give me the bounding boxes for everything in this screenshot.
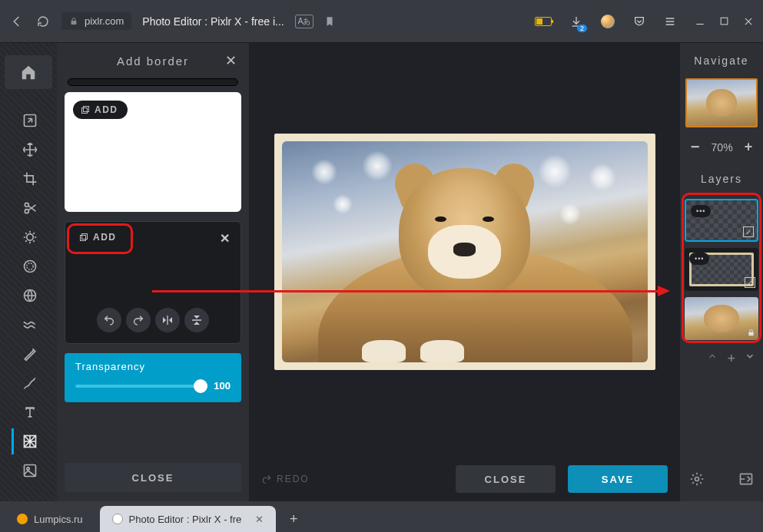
canvas-action-bar: REDO CLOSE SAVE	[249, 457, 680, 501]
svg-point-7	[26, 263, 32, 269]
address-bar[interactable]: pixlr.com	[61, 12, 131, 30]
tab-lumpics[interactable]: Lumpics.ru	[5, 506, 95, 532]
undo-icon[interactable]	[97, 308, 121, 332]
transparency-label: Transparency	[75, 361, 231, 372]
tab-pixlr[interactable]: Photo Editor : Pixlr X - fre ✕	[100, 506, 277, 532]
layer-down-icon[interactable]	[745, 351, 755, 367]
tool-image-open[interactable]	[12, 107, 45, 134]
close-button[interactable]: CLOSE	[456, 465, 556, 493]
border-style-thin[interactable]	[68, 78, 238, 86]
tool-retouch[interactable]	[12, 341, 45, 367]
navigate-title: Navigate	[680, 43, 763, 78]
annotation-arrow	[152, 290, 659, 292]
panel-title: Add border	[117, 55, 189, 68]
downloads-icon[interactable]: 2	[570, 15, 582, 28]
tool-effect[interactable]	[12, 283, 45, 309]
layer-visible-toggle[interactable]: ✓	[745, 277, 755, 288]
canvas-image[interactable]	[274, 134, 655, 370]
redo-icon[interactable]	[126, 308, 151, 332]
home-button[interactable]	[5, 55, 52, 89]
url-domain: pixlr.com	[85, 15, 124, 27]
annotation-arrow-head	[658, 286, 670, 296]
tool-cutout[interactable]	[12, 195, 45, 221]
svg-rect-0	[71, 21, 77, 25]
window-maximize-icon[interactable]	[719, 16, 729, 27]
favicon-lumpics	[17, 514, 28, 524]
panel-header: Add border ✕	[57, 43, 249, 78]
zoom-out-button[interactable]: −	[691, 138, 700, 156]
add-layer-button[interactable]: +	[727, 351, 735, 367]
profile-avatar[interactable]	[601, 15, 615, 28]
zoom-control: − 70% +	[680, 134, 763, 160]
add-border-button-1[interactable]: ADD	[73, 101, 128, 119]
flip-h-icon[interactable]	[155, 308, 180, 332]
tool-draw[interactable]	[12, 370, 45, 396]
layer-visible-toggle[interactable]: ✓	[743, 226, 754, 237]
border-preview-dark[interactable]: ADD ✕	[65, 221, 241, 344]
zoom-in-button[interactable]: +	[745, 139, 753, 155]
tools-sidebar	[0, 43, 57, 501]
translate-icon[interactable]: Aあ	[295, 15, 314, 28]
tool-arrange[interactable]	[12, 137, 45, 163]
svg-rect-16	[748, 332, 753, 336]
zoom-value: 70%	[712, 141, 733, 154]
window-close-icon[interactable]	[743, 16, 754, 27]
tool-text[interactable]	[12, 399, 45, 425]
tool-add-image[interactable]	[12, 458, 45, 484]
navigator-thumb[interactable]	[685, 78, 758, 127]
back-icon[interactable]	[9, 14, 25, 29]
layer-locked-icon	[747, 329, 755, 337]
svg-rect-12	[82, 108, 88, 114]
settings-icon[interactable]	[689, 471, 705, 487]
panel-close-icon[interactable]: ✕	[225, 52, 238, 69]
browser-tabs: Lumpics.ru Photo Editor : Pixlr X - fre …	[0, 501, 763, 532]
menu-icon[interactable]	[664, 15, 676, 28]
svg-point-5	[26, 234, 32, 240]
properties-panel: Add border ✕ ADD ADD ✕	[57, 43, 249, 501]
tool-crop[interactable]	[12, 166, 45, 192]
svg-point-11	[26, 468, 28, 470]
canvas-area: REDO CLOSE SAVE	[249, 43, 680, 501]
tool-adjust[interactable]	[12, 224, 45, 250]
layer-item-3[interactable]	[685, 297, 758, 340]
flip-v-icon[interactable]	[184, 308, 209, 332]
border-preview-white[interactable]: ADD	[65, 92, 241, 212]
tool-liquify[interactable]	[12, 312, 45, 338]
right-panel: Navigate − 70% + Layers ••• ✓ ••• ✓	[680, 43, 763, 501]
tool-element[interactable]	[12, 428, 45, 454]
transparency-control: Transparency 100	[65, 353, 241, 402]
battery-icon	[535, 17, 552, 26]
transparency-value: 100	[214, 380, 231, 392]
svg-rect-1	[721, 18, 728, 25]
svg-point-17	[695, 477, 699, 481]
remove-border-icon[interactable]: ✕	[220, 231, 230, 246]
svg-point-6	[24, 261, 35, 273]
panel-close-button[interactable]: CLOSE	[65, 463, 241, 492]
bookmark-icon[interactable]	[324, 15, 335, 28]
layer-menu-icon[interactable]: •••	[689, 253, 709, 265]
reload-icon[interactable]	[35, 14, 51, 29]
tab-close-icon[interactable]: ✕	[255, 514, 264, 525]
save-button[interactable]: SAVE	[568, 465, 668, 493]
browser-toolbar: pixlr.com Photo Editor : Pixlr X - free …	[0, 0, 763, 43]
pocket-icon[interactable]	[633, 15, 645, 28]
layer-up-icon[interactable]	[707, 351, 718, 367]
svg-rect-13	[84, 107, 89, 112]
downloads-badge: 2	[577, 25, 587, 32]
layer-item-2[interactable]: ••• ✓	[685, 248, 758, 291]
transparency-slider[interactable]	[75, 385, 207, 388]
collapse-panel-icon[interactable]	[738, 471, 754, 487]
browser-page-title: Photo Editor : Pixlr X - free i...	[142, 15, 284, 28]
window-minimize-icon[interactable]	[695, 16, 705, 27]
layer-menu-icon[interactable]: •••	[691, 205, 711, 217]
lock-icon	[69, 17, 78, 26]
layers-title: Layers	[680, 164, 763, 194]
highlight-add-chip	[67, 223, 133, 254]
new-tab-button[interactable]: +	[280, 506, 307, 532]
app-container: Add border ✕ ADD ADD ✕	[0, 43, 763, 501]
tool-filter[interactable]	[12, 253, 45, 279]
favicon-pixlr	[112, 514, 123, 524]
redo-button[interactable]: REDO	[261, 474, 310, 484]
layer-item-1[interactable]: ••• ✓	[685, 199, 758, 242]
